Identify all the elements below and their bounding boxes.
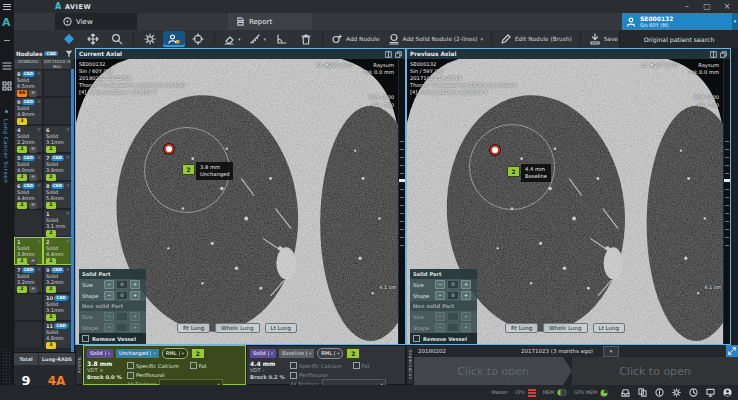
copy-icon[interactable] [395,51,402,58]
shape-plus-button[interactable]: + [130,291,140,300]
close-icon[interactable]: × [37,70,41,76]
nodule-row[interactable]: 8CAD×Solid6.5mm4A= [14,69,72,97]
minimize-button[interactable]: – [680,1,694,12]
rt-lung-button[interactable]: Rt Lung [177,323,210,333]
nodule-row[interactable]: 9CAD×Solid4.8mm3 [14,97,72,125]
cad-toggle[interactable]: CAD [44,51,57,57]
nodule-card[interactable]: 7CAD×Solid3.2mm2= [14,265,43,293]
patient-chip[interactable]: SE000132 Sin 60Y (M) [622,13,732,30]
nodule-number-chip[interactable]: 2 [507,166,520,177]
original-patient-search-button[interactable]: Original patient search [619,30,738,48]
measure-tool-button[interactable]: ▾ [246,31,270,47]
close-icon[interactable]: × [37,154,41,160]
nodule-row[interactable]: 4×Solid2.2mm2=6×Solid3.1mm2 [14,125,72,153]
whole-lung-button[interactable]: Whole Lung [215,323,259,333]
history-clock-icon[interactable] [689,388,698,397]
nodule-card[interactable]: 9CAD×Solid3.2mm2 [43,265,72,293]
whole-lung-button[interactable]: Whole Lung [543,323,587,333]
specific-calcium-check[interactable]: Specific Calcium [127,362,179,370]
current-axial-image[interactable]: SE000132Sin / 60Y (M)20180202 19:12:58Th… [76,59,405,344]
delete-tool-button[interactable] [295,31,317,47]
nodule-location-dropdown[interactable]: RML▾ [162,348,188,359]
measure-caret-icon[interactable]: ▾ [264,36,267,42]
column-current-date[interactable]: 20180202 [14,59,43,69]
close-icon[interactable]: × [37,266,41,272]
nodule-detail-tab[interactable]: Nodule [75,345,83,385]
nodule-type-dropdown[interactable]: Solid▾ [87,349,113,358]
add-solid-nodule-button[interactable]: Add Solid Nodule (2-lines)▾ [385,31,487,47]
copy-icon[interactable] [720,51,727,58]
maximize-button[interactable]: ▢ [700,1,714,12]
close-icon[interactable]: × [37,98,41,104]
close-icon[interactable]: × [66,126,70,132]
nodule-location-dropdown[interactable]: RML▾ [317,348,343,359]
patient-dropdown-caret[interactable]: ▾ [732,13,738,30]
shape-minus-button[interactable]: − [104,291,114,300]
nodule-marker[interactable] [490,145,500,155]
nodule-status-dropdown[interactable]: Baseline▾ [279,349,314,358]
close-icon[interactable]: × [37,126,41,132]
open-previous-study[interactable]: Click to open [572,357,738,385]
nodule-card[interactable]: 8CAD×Solid5.6mm2 [43,181,72,209]
windowing-tool-button[interactable] [139,31,161,47]
size-minus-button[interactable]: − [104,280,114,289]
edit-nodule-button[interactable]: Edit Nodule (Brush) [497,31,575,47]
info-icon[interactable] [655,388,664,397]
nodule-row[interactable]: 6CAD×Solid4.4mm2=8CAD×Solid5.6mm2 [14,181,72,209]
expand-icon[interactable] [726,345,738,357]
filter-icon[interactable] [65,50,73,58]
sidebar-scrollbar[interactable] [71,69,74,352]
examination-tab[interactable]: Examination [406,345,414,385]
layout-icon[interactable] [710,51,717,58]
perifissural-check[interactable]: Perifissural [127,371,164,379]
date-dropdown-caret[interactable]: ▾ [603,346,619,357]
size-plus-button[interactable]: + [130,280,140,289]
monitor-icon[interactable] [706,388,715,397]
nodule-marker[interactable] [164,144,174,154]
collapse-icon[interactable] [4,40,10,41]
close-icon[interactable]: × [66,154,70,160]
nodule-row[interactable]: 5CAD×Solid4.0mm2=7CAD×Solid3.9mm2 [14,153,72,181]
nodule-status-dropdown[interactable]: Unchanged▾ [116,349,159,358]
tab-view[interactable]: View [55,13,137,30]
add-nodule-button[interactable]: Add Nodule [328,31,382,47]
size-minus-button[interactable]: − [435,280,445,289]
nodule-card[interactable]: 1×Solid3.8mm2= [14,237,43,265]
user-avatar-icon[interactable] [723,388,732,397]
fat-check[interactable]: Fat [353,362,370,370]
angle-tool-button[interactable] [271,31,293,47]
shape-minus-button[interactable]: − [435,291,445,300]
slice-slider[interactable] [723,59,730,344]
tab-report[interactable]: Report [228,13,312,30]
lt-lung-button[interactable]: Lt Lung [593,323,625,333]
rt-lung-button[interactable]: Rt Lung [505,323,538,333]
patient-view-tool-button[interactable] [163,31,185,47]
grid-view-icon[interactable] [2,81,12,91]
open-current-study[interactable]: Click to open [414,357,572,385]
nodule-card[interactable]: 7CAD×Solid3.9mm2 [43,153,72,181]
specific-calcium-check[interactable]: Specific Calcium [290,362,342,370]
remove-vessel-checkbox[interactable] [413,335,420,342]
workflow-label[interactable]: Lung Cancer Screen [3,119,9,183]
nodule-card[interactable]: 9CAD×Solid4.8mm3 [14,97,43,125]
close-icon[interactable]: × [66,182,70,188]
nodule-row[interactable]: 1×Solid3.1 mm2 [14,209,72,237]
nodule-row[interactable]: 1×Solid3.8mm2=2×Solid4.4mm2 [14,237,72,265]
add-solid-caret-icon[interactable]: ▾ [481,36,484,42]
nodule-card[interactable]: 6×Solid3.1mm2 [43,125,72,153]
list-view-icon[interactable] [2,61,12,71]
close-icon[interactable]: × [37,182,41,188]
previous-axial-viewport[interactable]: Previous Axial SE000132Sin / 59Y (M)2017… [406,48,731,345]
zoom-tool-button[interactable] [106,31,128,47]
nodule-card[interactable]: 10CAD×Solid3.1mm2 [43,293,72,321]
size-plus-button[interactable]: + [461,280,471,289]
nodule-card[interactable]: 5CAD×Solid4.0mm2= [14,153,43,181]
column-previous-date[interactable]: 20171023 (3 Mo) [43,59,72,69]
nodule-number-chip[interactable]: 2 [182,164,195,175]
remove-vessel-checkbox[interactable] [82,335,89,342]
nodule-card[interactable]: 6CAD×Solid4.4mm2= [14,181,43,209]
nodule-card[interactable]: 11CAD×Solid4.8mm3 [43,321,72,349]
close-icon[interactable]: × [37,238,41,244]
close-icon[interactable]: × [66,210,70,216]
current-axial-viewport[interactable]: Current Axial SE000132Sin / 60Y (M)20180… [75,48,406,345]
